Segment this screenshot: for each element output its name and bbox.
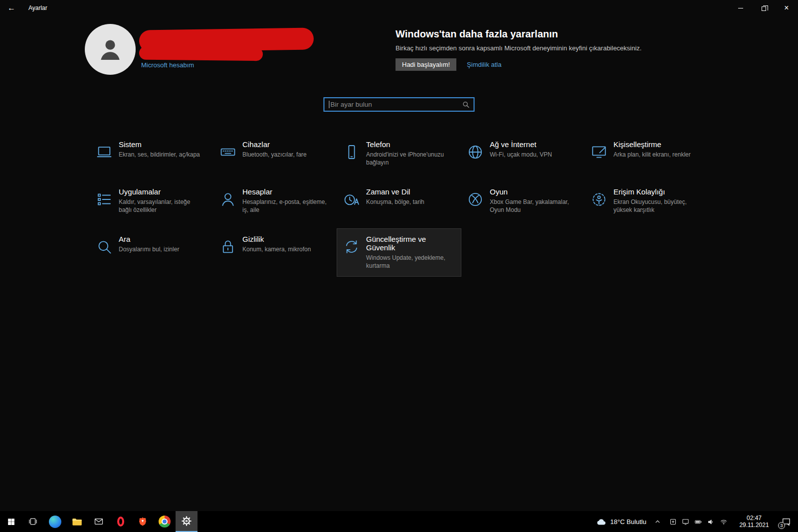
tile-text: GizlilikKonum, kamera, mikrofon [242, 235, 311, 253]
back-arrow-icon: ← [7, 3, 15, 12]
tile-subtitle: Hesaplarınız, e-posta, eşitleme, iş, ail… [242, 198, 327, 214]
ease-of-access-icon [591, 191, 607, 208]
minimize-icon [738, 8, 743, 8]
start-button[interactable] [0, 511, 22, 532]
taskbar-apps [0, 511, 198, 532]
tile-text: UygulamalarKaldır, varsayılanlar, isteğe… [119, 187, 203, 214]
tile-subtitle: Android'inizi ve iPhone'unuzu bağlayın [366, 151, 451, 167]
time-label: 02:47 [738, 515, 771, 522]
restore-icon [762, 6, 766, 11]
tile-time-language[interactable]: Zaman ve DilKonuşma, bölge, tarih [337, 181, 461, 229]
search-input[interactable] [330, 101, 462, 108]
action-center-button[interactable]: 3 [775, 511, 797, 532]
tile-title: Hesaplar [242, 187, 327, 196]
titlebar: ← Ayarlar × [0, 0, 798, 16]
window-title: Ayarlar [28, 4, 47, 11]
gaming-icon [467, 191, 484, 208]
apps-icon [96, 191, 113, 208]
mail-icon [94, 517, 104, 527]
clock[interactable]: 02:47 29.11.2021 [738, 515, 771, 529]
tile-subtitle: Windows Update, yedekleme, kurtarma [366, 254, 451, 270]
tile-title: Telefon [366, 140, 451, 149]
tile-text: Ağ ve İnternetWi-Fi, uçak modu, VPN [490, 140, 552, 159]
file-explorer-button[interactable] [66, 511, 88, 532]
accounts-icon [219, 191, 236, 208]
skip-for-now-link[interactable]: Şimdilik atla [467, 61, 501, 68]
tile-network[interactable]: Ağ ve İnternetWi-Fi, uçak modu, VPN [461, 134, 585, 181]
edge-browser-icon [49, 516, 61, 528]
tile-devices[interactable]: CihazlarBluetooth, yazıcılar, fare [213, 134, 337, 181]
back-button[interactable]: ← [0, 0, 23, 16]
system-tray: 18°C Bulutlu 02:47 2 [591, 511, 798, 532]
tile-text: SistemEkran, ses, bildirimler, aç/kapa [119, 140, 200, 159]
show-hidden-icons-button[interactable] [651, 519, 664, 525]
tile-gaming[interactable]: OyunXbox Game Bar, yakalamalar, Oyun Mod… [461, 181, 585, 229]
minimize-button[interactable] [729, 0, 752, 16]
tile-update-security[interactable]: Güncelleştirme ve GüvenlikWindows Update… [337, 229, 461, 276]
brave-button[interactable] [132, 511, 154, 532]
tile-text: Zaman ve DilKonuşma, bölge, tarih [366, 187, 424, 206]
file-explorer-icon [71, 516, 83, 528]
mail-button[interactable] [88, 511, 110, 532]
tile-text: AraDosyalarımı bul, izinler [119, 235, 179, 253]
weather-widget[interactable]: 18°C Bulutlu [591, 517, 651, 526]
brave-browser-icon [137, 516, 148, 527]
window-controls: × [729, 0, 798, 16]
tile-text: Güncelleştirme ve GüvenlikWindows Update… [366, 235, 454, 270]
display-icon [96, 144, 113, 161]
tile-apps[interactable]: UygulamalarKaldır, varsayılanlar, isteğe… [90, 181, 213, 229]
windows-logo-icon [7, 518, 15, 526]
tile-subtitle: Kaldır, varsayılanlar, isteğe bağlı özel… [119, 198, 203, 214]
tile-subtitle: Ekran, ses, bildirimler, aç/kapa [119, 151, 200, 159]
tile-personalization[interactable]: KişiselleştirmeArka plan, kilit ekranı, … [585, 134, 708, 181]
task-view-icon [28, 517, 38, 527]
tile-accounts[interactable]: HesaplarHesaplarınız, e-posta, eşitleme,… [213, 181, 337, 229]
promo-subtitle: Birkaç hızlı seçimden sonra kapsamlı Mic… [396, 44, 685, 52]
tile-text: CihazlarBluetooth, yazıcılar, fare [242, 140, 307, 159]
tile-title: Ara [119, 235, 179, 243]
tile-title: Cihazlar [242, 140, 307, 149]
edge-taskbar-button[interactable] [44, 511, 66, 532]
microsoft-account-link[interactable]: Microsoft hesabım [141, 61, 194, 69]
get-started-button[interactable]: Hadi başlayalım! [396, 58, 456, 71]
settings-taskbar-button[interactable] [176, 511, 198, 532]
browser-app-button[interactable] [154, 511, 176, 532]
tray-icons [667, 518, 730, 526]
volume-icon[interactable] [707, 518, 715, 526]
privacy-icon [219, 238, 236, 255]
restore-button[interactable] [752, 0, 775, 16]
tile-text: TelefonAndroid'inizi ve iPhone'unuzu bağ… [366, 140, 451, 167]
promo-panel: Windows'tan daha fazla yararlanın Birkaç… [396, 28, 685, 71]
tile-subtitle: Arka plan, kilit ekranı, renkler [613, 151, 691, 159]
tile-text: KişiselleştirmeArka plan, kilit ekranı, … [613, 140, 691, 159]
opera-button[interactable] [110, 511, 132, 532]
tile-title: Zaman ve Dil [366, 187, 424, 196]
tile-subtitle: Xbox Game Bar, yakalamalar, Oyun Modu [490, 198, 575, 214]
tile-search[interactable]: AraDosyalarımı bul, izinler [90, 229, 213, 276]
tray-app-icon[interactable] [669, 518, 677, 526]
tile-phone[interactable]: TelefonAndroid'inizi ve iPhone'unuzu bağ… [337, 134, 461, 181]
task-view-button[interactable] [22, 511, 44, 532]
settings-search-box[interactable] [324, 97, 475, 112]
tile-title: Gizlilik [242, 235, 311, 243]
redaction-overlay [139, 46, 263, 61]
tile-subtitle: Bluetooth, yazıcılar, fare [242, 151, 307, 159]
promo-title: Windows'tan daha fazla yararlanın [396, 28, 685, 40]
time-language-icon [343, 191, 360, 208]
tile-ease-of-access[interactable]: Erişim KolaylığıEkran Okuyucusu, büyüteç… [585, 181, 708, 229]
tile-title: Kişiselleştirme [613, 140, 691, 149]
tile-system[interactable]: SistemEkran, ses, bildirimler, aç/kapa [90, 134, 213, 181]
tile-title: Erişim Kolaylığı [613, 187, 698, 196]
tile-title: Ağ ve İnternet [490, 140, 552, 149]
date-label: 29.11.2021 [738, 522, 771, 529]
close-button[interactable]: × [775, 0, 798, 16]
opera-browser-icon [117, 517, 124, 527]
header: Microsoft hesabım Windows'tan daha fazla… [0, 16, 798, 84]
settings-gear-icon [181, 516, 192, 527]
tile-title: Güncelleştirme ve Güvenlik [366, 235, 454, 252]
network-wifi-icon[interactable] [720, 518, 728, 526]
battery-icon[interactable] [694, 518, 702, 526]
display-tray-icon[interactable] [682, 518, 689, 526]
avatar [85, 24, 136, 75]
tile-privacy[interactable]: GizlilikKonum, kamera, mikrofon [213, 229, 337, 276]
